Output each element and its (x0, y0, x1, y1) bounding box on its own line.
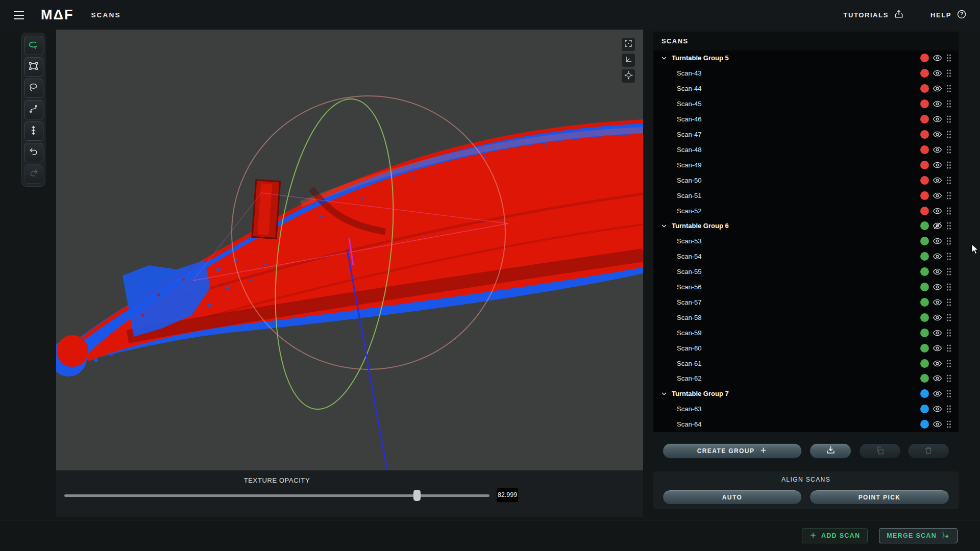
visibility-icon[interactable] (933, 328, 942, 338)
visibility-icon[interactable] (933, 176, 942, 185)
scan-row[interactable]: Scan-51 (653, 188, 959, 203)
drag-handle-icon[interactable] (946, 405, 952, 413)
scan-row[interactable]: Scan-62 (653, 371, 959, 386)
drag-handle-icon[interactable] (946, 420, 952, 429)
drag-handle-icon[interactable] (946, 237, 952, 245)
merge-scan-button[interactable]: MERGE SCAN (879, 528, 958, 543)
lasso-tool[interactable] (24, 79, 43, 98)
drag-handle-icon[interactable] (946, 99, 952, 108)
texture-opacity-value[interactable]: 82.999 (497, 488, 518, 502)
scan-color-dot[interactable] (920, 130, 929, 139)
drag-handle-icon[interactable] (946, 252, 952, 261)
scan-color-dot[interactable] (920, 145, 929, 154)
visibility-icon[interactable] (933, 267, 942, 277)
slider-track[interactable] (64, 494, 489, 497)
scan-row[interactable]: Scan-48 (653, 142, 959, 157)
visibility-icon[interactable] (933, 282, 942, 292)
visibility-icon[interactable] (933, 297, 942, 307)
help-button[interactable]: HELP (930, 9, 967, 21)
scan-row[interactable]: Scan-56 (653, 280, 959, 295)
drag-handle-icon[interactable] (946, 267, 952, 276)
drag-handle-icon[interactable] (946, 389, 952, 398)
pan-orbit-button[interactable] (622, 69, 635, 83)
scan-color-dot[interactable] (920, 54, 929, 62)
create-group-button[interactable]: CREATE GROUP (663, 443, 802, 459)
drag-handle-icon[interactable] (946, 344, 952, 353)
visibility-icon[interactable] (933, 130, 942, 139)
drag-handle-icon[interactable] (946, 54, 952, 62)
scan-row[interactable]: Scan-59 (653, 325, 959, 340)
scan-row[interactable]: Scan-55 (653, 264, 959, 280)
scan-row[interactable]: Scan-50 (653, 172, 959, 188)
3d-scan-scene[interactable] (56, 30, 643, 470)
group-row[interactable]: Turntable Group 6 (653, 218, 959, 234)
import-scan-button[interactable] (810, 443, 851, 459)
fit-view-button[interactable] (622, 38, 635, 51)
add-scan-button[interactable]: ADD SCAN (802, 528, 868, 543)
scan-row[interactable]: Scan-43 (653, 66, 959, 81)
scan-color-dot[interactable] (920, 84, 929, 93)
scan-color-dot[interactable] (920, 252, 929, 261)
drag-handle-icon[interactable] (946, 207, 952, 215)
visibility-icon[interactable] (933, 114, 942, 124)
scan-color-dot[interactable] (920, 267, 929, 276)
chevron-down-icon[interactable] (660, 222, 672, 230)
axis-widget-button[interactable] (622, 54, 635, 67)
undo-button[interactable] (24, 143, 43, 162)
visibility-icon[interactable] (933, 236, 942, 246)
scan-row[interactable]: Scan-53 (653, 234, 959, 249)
scan-row[interactable]: Scan-61 (653, 356, 959, 371)
scan-color-dot[interactable] (920, 237, 929, 245)
visibility-icon[interactable] (933, 145, 942, 155)
drag-handle-icon[interactable] (946, 374, 952, 383)
scan-color-dot[interactable] (920, 191, 929, 200)
visibility-icon[interactable] (933, 359, 942, 368)
texture-opacity-slider[interactable] (64, 490, 489, 501)
scan-row[interactable]: Scan-45 (653, 96, 959, 112)
menu-icon[interactable] (13, 11, 24, 20)
scan-row[interactable]: Scan-60 (653, 340, 959, 356)
visibility-icon[interactable] (933, 99, 942, 109)
scan-color-dot[interactable] (920, 298, 929, 307)
drag-handle-icon[interactable] (946, 283, 952, 291)
group-row[interactable]: Turntable Group 7 (653, 386, 959, 402)
visibility-icon[interactable] (933, 252, 942, 261)
visibility-icon[interactable] (933, 389, 942, 398)
visibility-icon[interactable] (933, 404, 942, 414)
scan-color-dot[interactable] (920, 329, 929, 337)
visibility-icon[interactable] (933, 206, 942, 216)
scan-row[interactable]: Scan-52 (653, 203, 959, 218)
visibility-icon[interactable] (933, 343, 942, 353)
drag-handle-icon[interactable] (946, 329, 952, 337)
visibility-icon[interactable] (933, 373, 942, 383)
visibility-icon[interactable] (933, 419, 942, 429)
drag-handle-icon[interactable] (946, 115, 952, 123)
scan-row[interactable]: Scan-63 (653, 402, 959, 417)
scan-row[interactable]: Scan-47 (653, 127, 959, 142)
scan-color-dot[interactable] (920, 405, 929, 413)
scan-color-dot[interactable] (920, 176, 929, 185)
visibility-icon[interactable] (933, 53, 942, 63)
drag-handle-icon[interactable] (946, 313, 952, 322)
drag-handle-icon[interactable] (946, 161, 952, 169)
drag-handle-icon[interactable] (946, 145, 952, 154)
scan-row[interactable]: Scan-46 (653, 112, 959, 127)
visibility-icon[interactable] (933, 313, 942, 322)
drag-handle-icon[interactable] (946, 221, 952, 230)
group-row[interactable]: Turntable Group 5 (653, 51, 959, 66)
rect-select-tool[interactable] (24, 57, 43, 77)
drag-handle-icon[interactable] (946, 191, 952, 200)
drag-handle-icon[interactable] (946, 69, 952, 78)
visibility-icon[interactable] (933, 84, 942, 93)
scan-color-dot[interactable] (920, 389, 929, 398)
drag-handle-icon[interactable] (946, 176, 952, 185)
scan-color-dot[interactable] (920, 313, 929, 322)
scan-row[interactable]: Scan-54 (653, 249, 959, 264)
scan-row[interactable]: Scan-58 (653, 310, 959, 325)
scan-row[interactable]: Scan-44 (653, 81, 959, 96)
curve-tool[interactable] (24, 100, 43, 119)
3d-viewport[interactable] (56, 30, 643, 470)
drag-handle-icon[interactable] (946, 130, 952, 139)
scan-color-dot[interactable] (920, 344, 929, 353)
scan-color-dot[interactable] (920, 283, 929, 291)
